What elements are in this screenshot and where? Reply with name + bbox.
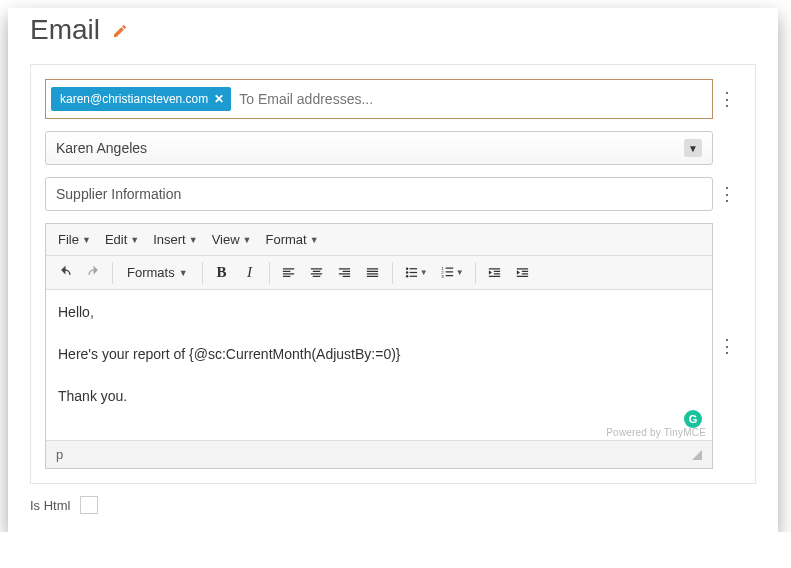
undo-icon[interactable] — [52, 260, 78, 286]
to-email-text-input[interactable] — [237, 90, 707, 108]
from-select-value: Karen Angeles — [56, 140, 147, 156]
grammarly-icon[interactable]: G — [684, 410, 702, 428]
svg-rect-11 — [445, 275, 453, 276]
chevron-down-icon: ▼ — [189, 235, 198, 245]
editor-menubar: File▼ Edit▼ Insert▼ View▼ Format▼ — [46, 224, 712, 256]
recipient-chip[interactable]: karen@christiansteven.com ✕ — [51, 87, 231, 111]
svg-point-0 — [406, 268, 409, 271]
to-email-input[interactable]: karen@christiansteven.com ✕ — [45, 79, 713, 119]
editor-row-menu-icon[interactable]: ⋮ — [713, 344, 741, 348]
to-row-menu-icon[interactable]: ⋮ — [713, 97, 741, 101]
is-html-checkbox[interactable] — [80, 496, 98, 514]
bullet-list-icon[interactable]: ▼ — [399, 260, 433, 286]
powered-by-label: Powered by TinyMCE — [606, 427, 706, 438]
editor-row: File▼ Edit▼ Insert▼ View▼ Format▼ Format… — [45, 223, 741, 469]
chevron-down-icon: ▼ — [82, 235, 91, 245]
is-html-label: Is Html — [30, 498, 70, 513]
chevron-down-icon: ▼ — [456, 268, 464, 277]
body-paragraph: Hello, — [58, 304, 700, 320]
svg-point-2 — [406, 271, 409, 274]
svg-rect-5 — [409, 276, 417, 277]
chevron-down-icon: ▼ — [179, 268, 188, 278]
italic-icon[interactable]: I — [237, 260, 263, 286]
subject-row-menu-icon[interactable]: ⋮ — [713, 192, 741, 196]
editor-body[interactable]: Hello, Here's your report of {@sc:Curren… — [46, 290, 712, 440]
close-icon[interactable]: ✕ — [214, 92, 224, 106]
editor-statusbar: p — [46, 440, 712, 468]
svg-point-4 — [406, 275, 409, 278]
outdent-icon[interactable] — [482, 260, 508, 286]
chevron-down-icon: ▼ — [684, 139, 702, 157]
chevron-down-icon: ▼ — [310, 235, 319, 245]
resize-handle-icon[interactable] — [692, 450, 702, 460]
svg-rect-3 — [409, 272, 417, 273]
indent-icon[interactable] — [510, 260, 536, 286]
svg-rect-1 — [409, 268, 417, 269]
page-title: Email — [30, 14, 100, 46]
menu-edit[interactable]: Edit▼ — [99, 228, 145, 251]
rich-text-editor: File▼ Edit▼ Insert▼ View▼ Format▼ Format… — [45, 223, 713, 469]
panel-header: Email — [8, 8, 778, 64]
numbered-list-icon[interactable]: 123 ▼ — [435, 260, 469, 286]
redo-icon[interactable] — [80, 260, 106, 286]
email-panel: Email karen@christiansteven.com ✕ ⋮ — [8, 8, 778, 532]
svg-text:3: 3 — [441, 274, 444, 279]
menu-file[interactable]: File▼ — [52, 228, 97, 251]
bold-icon[interactable]: B — [209, 260, 235, 286]
email-form: karen@christiansteven.com ✕ ⋮ Karen Ange… — [30, 64, 756, 484]
chevron-down-icon: ▼ — [420, 268, 428, 277]
from-select[interactable]: Karen Angeles ▼ — [45, 131, 713, 165]
recipient-chip-label: karen@christiansteven.com — [60, 92, 208, 106]
align-justify-icon[interactable] — [360, 260, 386, 286]
svg-rect-7 — [445, 268, 453, 269]
align-right-icon[interactable] — [332, 260, 358, 286]
from-row: Karen Angeles ▼ — [45, 131, 741, 165]
chevron-down-icon: ▼ — [243, 235, 252, 245]
svg-rect-9 — [445, 271, 453, 272]
menu-view[interactable]: View▼ — [206, 228, 258, 251]
edit-icon[interactable] — [112, 23, 128, 39]
chevron-down-icon: ▼ — [130, 235, 139, 245]
is-html-row: Is Html — [30, 496, 756, 514]
menu-format[interactable]: Format▼ — [260, 228, 325, 251]
element-path[interactable]: p — [56, 447, 63, 462]
formats-button[interactable]: Formats▼ — [119, 261, 196, 284]
align-left-icon[interactable] — [276, 260, 302, 286]
to-row: karen@christiansteven.com ✕ ⋮ — [45, 79, 741, 119]
subject-input[interactable] — [45, 177, 713, 211]
body-paragraph: Thank you. — [58, 388, 700, 404]
align-center-icon[interactable] — [304, 260, 330, 286]
menu-insert[interactable]: Insert▼ — [147, 228, 203, 251]
subject-row: ⋮ — [45, 177, 741, 211]
editor-toolbar: Formats▼ B I — [46, 256, 712, 290]
body-paragraph: Here's your report of {@sc:CurrentMonth(… — [58, 346, 700, 362]
